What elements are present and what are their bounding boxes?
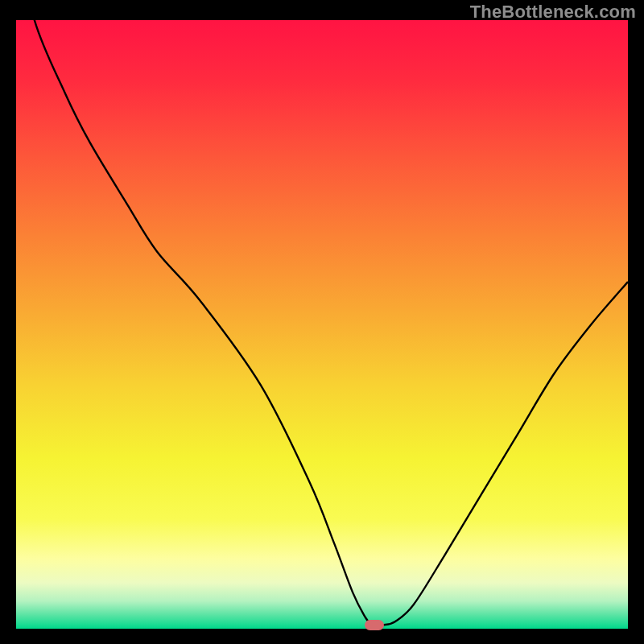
- chart-svg: [16, 20, 628, 629]
- chart-background: [16, 20, 628, 629]
- bottleneck-chart: [16, 20, 628, 629]
- optimal-point-marker: [365, 620, 384, 630]
